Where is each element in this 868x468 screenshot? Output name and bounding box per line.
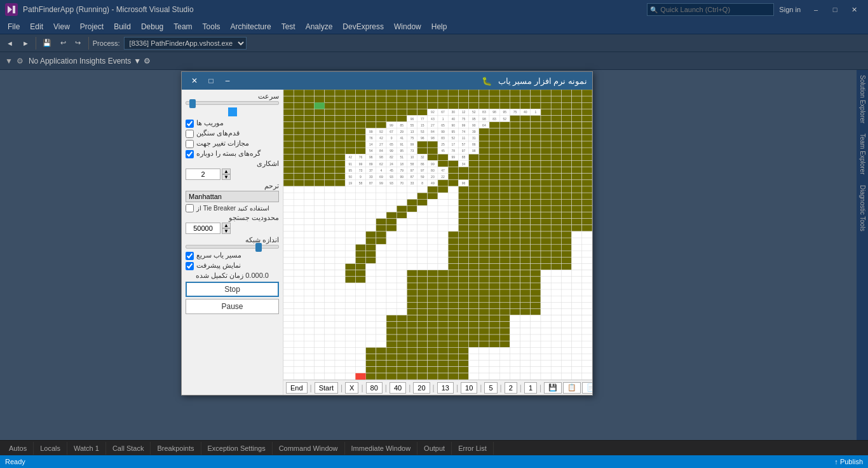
gbb-2-btn[interactable]: 2 xyxy=(505,382,517,394)
workspace: ✕ □ – نمونه نرم افزار مسیر یاب 🐛 سرعت xyxy=(0,70,868,440)
distance-spin-down[interactable]: ▼ xyxy=(222,174,231,180)
app-insights-bar: ▼ ⚙ No Application Insights Events ▼ ⚙ xyxy=(0,52,868,70)
signin-label[interactable]: Sign in xyxy=(779,6,801,13)
speed-label: سرعت xyxy=(186,92,279,100)
tab-autos[interactable]: Autos xyxy=(3,442,34,455)
gbb-10-btn[interactable]: 10 xyxy=(461,382,477,394)
filter-icon: ▼ xyxy=(5,57,13,65)
menu-team[interactable]: Team xyxy=(168,20,197,34)
grid-canvas[interactable] xyxy=(283,90,592,380)
speed-slider[interactable] xyxy=(186,101,279,105)
distance-spin-up[interactable]: ▲ xyxy=(222,169,231,174)
toolbar-redo-btn[interactable]: ↪ xyxy=(71,36,85,50)
heuristic-label: ترحم xyxy=(186,182,279,190)
gridsize-label: اندازه شبکه xyxy=(186,236,279,244)
grid-area: End | Start | X | 80 | 40 | 20 | 13 | xyxy=(283,90,592,395)
menu-file[interactable]: File xyxy=(3,20,25,34)
toolbar-fwd-btn[interactable]: ► xyxy=(18,36,33,50)
heuristic-display[interactable]: Manhattan xyxy=(186,191,279,202)
grid-bottom-bar: End | Start | X | 80 | 40 | 20 | 13 | xyxy=(283,380,592,395)
tab-command-window[interactable]: Command Window xyxy=(273,442,345,455)
pathfinder-grid[interactable] xyxy=(283,90,592,380)
menu-edit[interactable]: Edit xyxy=(25,20,48,34)
menu-debug[interactable]: Debug xyxy=(136,20,168,34)
menu-project[interactable]: Project xyxy=(75,20,109,34)
process-selector[interactable]: [8336] PathFinderApp.vshost.exe xyxy=(124,37,247,50)
maximize-button[interactable]: □ xyxy=(826,3,844,16)
checkbox-penalty-input[interactable] xyxy=(186,140,194,148)
gbb-40-btn[interactable]: 40 xyxy=(390,382,406,394)
diagnostic-tools-panel[interactable]: Diagnostic Tools xyxy=(858,180,867,237)
limit-spin-up[interactable]: ▲ xyxy=(222,223,231,228)
gbb-x-btn[interactable]: X xyxy=(345,382,358,394)
gbb-copy-btn[interactable]: 📋 xyxy=(563,382,581,394)
stop-button[interactable]: Stop xyxy=(186,282,279,297)
pf-close-button[interactable]: ✕ xyxy=(187,74,202,88)
menu-window[interactable]: Window xyxy=(389,20,426,34)
speed-indicator xyxy=(228,107,237,116)
limit-spin-down[interactable]: ▼ xyxy=(222,228,231,234)
distance-input[interactable] xyxy=(186,169,220,180)
pf-title-text: نمونه نرم افزار مسیر یاب xyxy=(498,76,587,86)
menu-tools[interactable]: Tools xyxy=(198,20,226,34)
gbb-save-btn[interactable]: 💾 xyxy=(544,382,562,394)
limit-spinbox: ▲ ▼ xyxy=(186,223,279,234)
app-insights-dropdown-icon[interactable]: ▼ xyxy=(133,57,141,65)
menu-devexpress[interactable]: DevExpress xyxy=(337,20,389,34)
checkbox-penalty: مجازات تغییر جهت xyxy=(186,139,279,148)
gbb-paste-btn[interactable]: 📄 xyxy=(582,382,592,394)
quick-launch-input[interactable] xyxy=(660,6,762,13)
checkbox-tiebreaker-input[interactable] xyxy=(186,204,194,212)
pathfinder-window: ✕ □ – نمونه نرم افزار مسیر یاب 🐛 سرعت xyxy=(181,71,593,396)
toolbar-undo-btn[interactable]: ↩ xyxy=(57,36,70,50)
time-display: 0.000.0 زمان تکمیل شده xyxy=(186,272,279,280)
gbb-1-btn[interactable]: 1 xyxy=(524,382,537,394)
menu-help[interactable]: Help xyxy=(426,20,452,34)
checkbox-showprogress-input[interactable] xyxy=(186,262,194,270)
tab-immediate-window[interactable]: Immediate Window xyxy=(345,442,418,455)
tab-breakpoints[interactable]: Breakpoints xyxy=(151,442,201,455)
tab-error-list[interactable]: Error List xyxy=(452,442,494,455)
gbb-13-btn[interactable]: 13 xyxy=(437,382,454,394)
publish-label[interactable]: ↑ Publish xyxy=(834,458,863,465)
checkbox-reopen-input[interactable] xyxy=(186,150,194,158)
distance-spin-buttons: ▲ ▼ xyxy=(222,169,231,180)
team-explorer-panel[interactable]: Team Explorer xyxy=(858,128,867,179)
pf-maximize-button[interactable]: □ xyxy=(203,74,219,88)
menu-view[interactable]: View xyxy=(48,20,75,34)
svg-rect-1 xyxy=(13,6,15,13)
gridsize-slider[interactable] xyxy=(186,245,279,249)
solution-explorer-panel[interactable]: Solution Explorer xyxy=(858,70,867,128)
tab-exception-settings[interactable]: Exception Settings xyxy=(201,442,273,455)
pause-button[interactable]: Pause xyxy=(186,299,279,314)
gbb-80-btn[interactable]: 80 xyxy=(366,382,383,394)
app-insights-settings-icon[interactable]: ⚙ xyxy=(144,57,151,65)
checkbox-tiebreaker: استفاده کنید Tie Breaker از xyxy=(186,204,279,212)
app-title: PathFinderApp (Running) - Microsoft Visu… xyxy=(23,5,194,14)
bottom-panel: Autos Locals Watch 1 Call Stack Breakpoi… xyxy=(0,440,868,455)
tab-callstack[interactable]: Call Stack xyxy=(106,442,151,455)
tab-locals[interactable]: Locals xyxy=(34,442,67,455)
gbb-start-btn[interactable]: Start xyxy=(315,382,338,394)
pf-minimize-button[interactable]: – xyxy=(220,74,235,88)
minimize-button[interactable]: – xyxy=(807,3,825,16)
menu-build[interactable]: Build xyxy=(109,20,136,34)
toolbar-save-btn[interactable]: 💾 xyxy=(39,36,55,50)
gbb-5-btn[interactable]: 5 xyxy=(484,382,497,394)
menu-analyze[interactable]: Analyze xyxy=(301,20,338,34)
checkbox-diagonals-input[interactable] xyxy=(186,120,194,128)
tab-watch1[interactable]: Watch 1 xyxy=(67,442,106,455)
close-button[interactable]: ✕ xyxy=(845,3,863,16)
limit-input[interactable] xyxy=(186,223,220,234)
distance-label: اشکاری xyxy=(186,160,279,168)
menu-test[interactable]: Test xyxy=(276,20,301,34)
gbb-20-btn[interactable]: 20 xyxy=(413,382,430,394)
process-label: Process: xyxy=(93,39,120,47)
checkbox-heavy-input[interactable] xyxy=(186,130,194,138)
menu-architecture[interactable]: Architecture xyxy=(226,20,276,34)
checkbox-quickpath-input[interactable] xyxy=(186,252,194,260)
toolbar-back-btn[interactable]: ◄ xyxy=(3,36,17,50)
checkbox-reopen: گره‌های بسته را دوباره xyxy=(186,149,279,158)
tab-output[interactable]: Output xyxy=(417,442,452,455)
gbb-end-btn[interactable]: End xyxy=(286,382,308,394)
